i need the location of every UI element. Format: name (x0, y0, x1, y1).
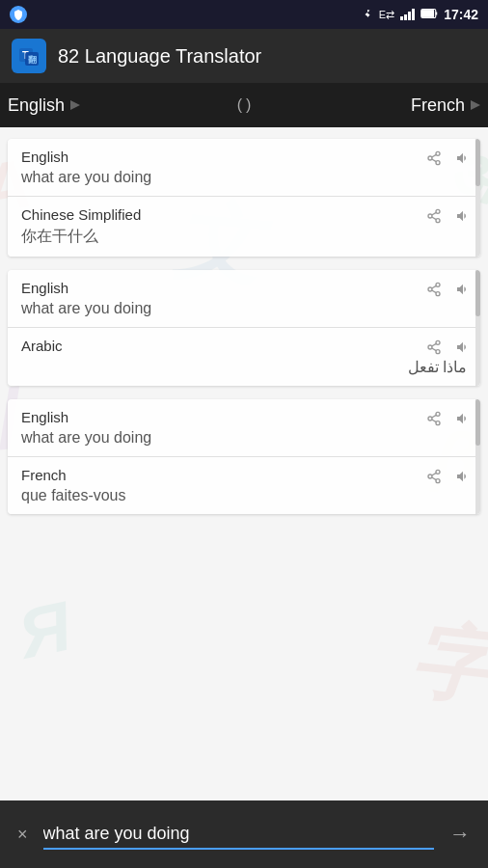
lang-label-english-2: English (21, 280, 467, 296)
share-icon-1[interactable] (424, 149, 444, 168)
svg-point-9 (428, 156, 432, 160)
close-button[interactable]: × (12, 819, 34, 851)
svg-line-12 (432, 154, 437, 157)
lang-label-arabic-2: Arabic (21, 338, 467, 354)
right-paren: ) (246, 96, 251, 114)
source-lang-label[interactable]: English (8, 95, 65, 116)
svg-marker-7 (471, 100, 480, 110)
svg-point-25 (436, 350, 440, 354)
main-content: A 文 अ ا β Я 字 English what are you doing (0, 127, 488, 800)
svg-line-26 (432, 348, 437, 351)
entry-english-3: English what are you doing (8, 399, 480, 456)
data-icon: E⇄ (379, 9, 394, 21)
share-icon-3[interactable] (424, 409, 444, 428)
volume-icon-3[interactable] (453, 409, 473, 428)
bluetooth-icon (362, 7, 373, 23)
svg-point-10 (436, 161, 440, 165)
svg-point-24 (428, 345, 432, 349)
translation-text-arabic-2: ماذا تفعل (21, 358, 467, 376)
entry-english-2: English what are you doing (8, 270, 480, 327)
translation-text-chinese-1: 你在干什么 (21, 227, 467, 247)
svg-point-34 (428, 475, 432, 478)
share-icon-2b[interactable] (424, 338, 444, 357)
translation-text-english-1: what are you doing (21, 169, 467, 186)
svg-line-27 (432, 343, 437, 346)
entry-french-3: French que faites-vous (8, 456, 480, 514)
volume-icon-2[interactable] (453, 280, 473, 299)
status-left (10, 6, 27, 23)
status-time: 17:42 (444, 7, 478, 22)
app-title: 82 Language Translator (58, 45, 261, 68)
app-icon: T 翻 (12, 39, 46, 73)
svg-line-16 (432, 217, 437, 220)
svg-point-13 (436, 209, 440, 213)
lang-label-chinese-1: Chinese Simplified (21, 206, 467, 223)
svg-line-11 (432, 159, 437, 162)
svg-point-28 (436, 412, 440, 416)
svg-line-31 (432, 420, 437, 422)
svg-point-33 (436, 470, 440, 474)
target-lang-label[interactable]: French (411, 95, 465, 116)
entry-actions-3[interactable] (424, 409, 473, 428)
svg-point-30 (436, 421, 440, 425)
translation-text-english-2: what are you doing (21, 300, 467, 317)
svg-point-8 (436, 151, 440, 155)
volume-icon-2b[interactable] (453, 338, 473, 357)
lang-label-english-1: English (21, 149, 467, 165)
translation-text-french-3: que faites-vous (21, 487, 467, 504)
shield-icon (10, 6, 27, 23)
svg-point-35 (436, 479, 440, 483)
battery-icon (420, 8, 438, 22)
entry-actions-2[interactable] (424, 280, 473, 299)
entry-arabic-2: Arabic ماذا تفعل (8, 327, 480, 386)
left-paren: ( (237, 96, 242, 114)
volume-icon-3b[interactable] (453, 467, 473, 486)
translation-card-2: English what are you doing Arabic ماذا (8, 270, 480, 386)
status-bar: E⇄ 17:42 (0, 0, 488, 29)
svg-point-14 (428, 214, 432, 218)
lang-selector[interactable]: English ( ) French (0, 83, 488, 127)
status-right: E⇄ 17:42 (362, 7, 478, 23)
volume-icon-1b[interactable] (453, 206, 473, 226)
svg-text:翻: 翻 (27, 55, 37, 65)
entry-actions-3b[interactable] (424, 467, 473, 486)
target-lang-tab[interactable]: French (260, 95, 480, 116)
svg-line-21 (432, 290, 437, 293)
send-button[interactable]: → (444, 816, 476, 853)
signal-bars (400, 9, 415, 20)
entry-actions-1[interactable] (424, 149, 473, 168)
translation-text-english-3: what are you doing (21, 429, 467, 447)
entry-chinese-1: Chinese Simplified 你在干什么 (8, 196, 480, 257)
svg-line-17 (432, 212, 437, 215)
svg-line-22 (432, 285, 437, 288)
svg-point-15 (436, 219, 440, 223)
lang-label-english-3: English (21, 409, 467, 425)
share-icon-3b[interactable] (424, 467, 444, 486)
translation-input[interactable] (43, 820, 434, 850)
volume-icon-1[interactable] (453, 149, 473, 168)
svg-line-36 (432, 477, 437, 480)
entry-english-1: English what are you doing (8, 139, 480, 196)
lang-label-french-3: French (21, 467, 467, 483)
svg-line-32 (432, 415, 437, 418)
share-icon-1b[interactable] (424, 206, 444, 226)
source-lang-tab[interactable]: English (8, 95, 228, 116)
svg-rect-1 (422, 10, 434, 17)
svg-marker-6 (70, 100, 80, 110)
entry-actions-2b[interactable] (424, 338, 473, 357)
translation-card-1: English what are you doing Chinese Simpl… (8, 139, 480, 257)
svg-point-18 (436, 283, 440, 286)
entry-actions-1b[interactable] (424, 206, 473, 226)
svg-point-29 (428, 417, 432, 420)
svg-point-19 (428, 287, 432, 291)
share-icon-2[interactable] (424, 280, 444, 299)
svg-point-20 (436, 292, 440, 296)
svg-point-23 (436, 340, 440, 344)
lang-arrows[interactable]: ( ) (228, 96, 261, 114)
translation-card-3: English what are you doing French que f (8, 399, 480, 514)
bottom-bar[interactable]: × → (0, 800, 488, 868)
svg-line-37 (432, 473, 437, 475)
app-header: T 翻 82 Language Translator (0, 29, 488, 83)
